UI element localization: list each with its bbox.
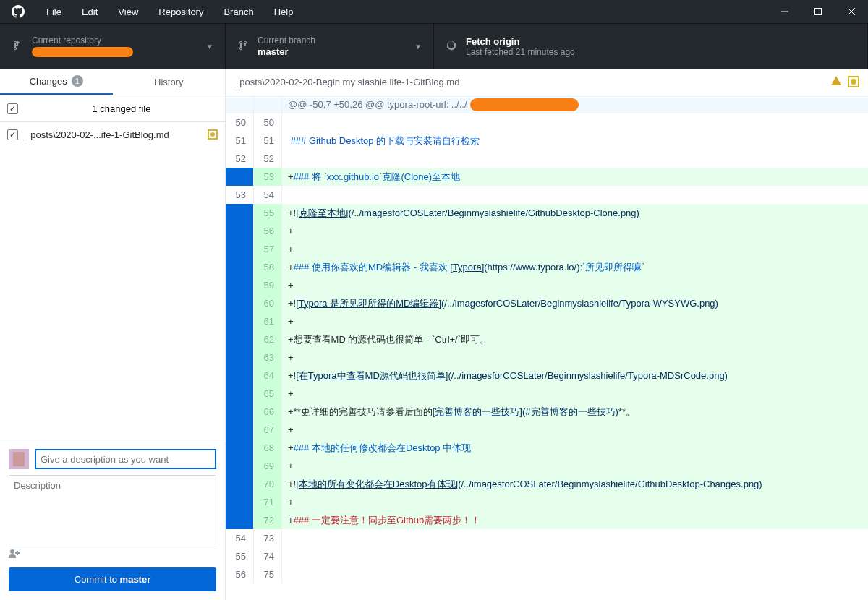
menu-repository[interactable]: Repository (148, 0, 213, 23)
line-number-new: 67 (254, 421, 282, 439)
line-content (282, 150, 868, 168)
commit-button[interactable]: Commit to master (9, 567, 216, 591)
line-content: + (282, 312, 868, 330)
line-number-old (226, 421, 254, 439)
line-content: + (282, 348, 868, 367)
changed-file-row[interactable]: ✓ _posts\2020-02-...ife-1-GitBlog.md (0, 122, 225, 147)
tab-changes-label: Changes (30, 76, 67, 87)
menu-file[interactable]: File (36, 0, 72, 23)
line-number-old: 55 (226, 547, 254, 565)
line-number-new: 68 (254, 439, 282, 457)
diff-line: 61+ (226, 312, 868, 330)
add-coauthor-button[interactable] (9, 549, 216, 560)
diff-line: 55+![克隆至本地](/../imagesforCOSLater/Beginm… (226, 204, 868, 222)
line-content: + (282, 457, 868, 475)
line-content: + (282, 421, 868, 439)
line-number-old (226, 240, 254, 258)
tab-history-label: History (154, 77, 183, 87)
line-content: +![本地的所有变化都会在Desktop有体现](/../imagesforCO… (282, 475, 868, 493)
line-number-new: 56 (254, 222, 282, 240)
line-number-old (226, 511, 254, 529)
line-number-new: 70 (254, 475, 282, 493)
line-number-new: 72 (254, 511, 282, 529)
line-content: +![在Typora中查看MD源代码也很简单](/../imagesforCOS… (282, 367, 868, 385)
current-branch-selector[interactable]: Current branch master ▼ (226, 24, 434, 69)
line-number-new: 73 (254, 529, 282, 547)
line-number-old (226, 348, 254, 367)
maximize-button[interactable] (801, 0, 835, 23)
line-content: + (282, 276, 868, 294)
menu-edit[interactable]: Edit (72, 0, 108, 23)
line-content: +![Typora 是所见即所得的MD编辑器](/../imagesforCOS… (282, 294, 868, 312)
line-number-old (226, 403, 254, 421)
diff-line: 5574 (226, 547, 868, 565)
line-content: +**更详细的完善技巧请参看后面的[完善博客的一些技巧](#完善博客的一些技巧)… (282, 403, 868, 421)
warning-icon[interactable] (830, 75, 842, 89)
diff-line: 67+ (226, 421, 868, 439)
diff-line: 72+### 一定要注意！同步至Github需要两步！！ (226, 511, 868, 529)
hunk-text: @@ -50,7 +50,26 @@ typora-root-url: ../.… (288, 99, 467, 110)
diff-line: 70+![本地的所有变化都会在Desktop有体现](/../imagesfor… (226, 475, 868, 493)
diff-panel: _posts\2020-02-20-Begin my slashie life-… (226, 69, 868, 600)
diff-line: 5050 (226, 113, 868, 132)
repo-label: Current repository (32, 35, 200, 46)
line-number-old: 54 (226, 529, 254, 547)
sidebar: Changes 1 History ✓ 1 changed file ✓ _po… (0, 69, 226, 600)
commit-panel: Commit to master (0, 440, 225, 600)
minimize-button[interactable] (768, 0, 801, 23)
line-number-old: 50 (226, 113, 254, 132)
menu-help[interactable]: Help (264, 0, 304, 23)
line-number-new: 66 (254, 403, 282, 421)
tab-changes[interactable]: Changes 1 (0, 69, 113, 95)
line-number-old (226, 258, 254, 276)
line-number-old (226, 312, 254, 330)
changes-list: ✓ 1 changed file ✓ _posts\2020-02-...ife… (0, 95, 225, 440)
line-number-new: 60 (254, 294, 282, 312)
line-number-old (226, 294, 254, 312)
file-checkbox[interactable]: ✓ (7, 129, 18, 140)
select-all-checkbox[interactable]: ✓ (7, 103, 18, 114)
line-content: +### 使用你喜欢的MD编辑器 - 我喜欢 [Typora](https://… (282, 258, 868, 276)
commit-summary-input[interactable] (35, 449, 216, 469)
line-number-new: 58 (254, 258, 282, 276)
line-content (282, 547, 868, 565)
diff-line: 68+### 本地的任何修改都会在Desktop 中体现 (226, 439, 868, 457)
line-number-new: 61 (254, 312, 282, 330)
fetch-origin-button[interactable]: Fetch origin Last fetched 21 minutes ago (434, 24, 868, 69)
close-button[interactable] (835, 0, 868, 23)
diff-line: 5675 (226, 565, 868, 583)
commit-button-prefix: Commit to (75, 574, 120, 585)
current-repository-selector[interactable]: Current repository ▼ (0, 24, 226, 69)
line-content: +### 本地的任何修改都会在Desktop 中体现 (282, 439, 868, 457)
commit-description-input[interactable] (9, 475, 216, 544)
line-number-new: 52 (254, 150, 282, 168)
line-number-old: 52 (226, 150, 254, 168)
line-number-old (226, 385, 254, 403)
line-number-new: 75 (254, 565, 282, 583)
line-number-old (226, 168, 254, 186)
line-number-new: 64 (254, 367, 282, 385)
diff-line: 57+ (226, 240, 868, 258)
line-number-new: 63 (254, 348, 282, 367)
line-content (282, 113, 868, 132)
diff-line: 69+ (226, 457, 868, 475)
line-number-old (226, 367, 254, 385)
line-number-new: 51 (254, 132, 282, 150)
line-content: +### 一定要注意！同步至Github需要两步！！ (282, 511, 868, 529)
diff-line: 60+![Typora 是所见即所得的MD编辑器](/../imagesforC… (226, 294, 868, 312)
line-number-old (226, 204, 254, 222)
line-number-old (226, 439, 254, 457)
diff-body[interactable]: @@ -50,7 +50,26 @@ typora-root-url: ../.… (226, 95, 868, 600)
diff-file-path: _posts\2020-02-20-Begin my slashie life-… (234, 77, 830, 87)
menu-view[interactable]: View (108, 0, 148, 23)
menu-branch[interactable]: Branch (213, 0, 263, 23)
line-number-new: 55 (254, 204, 282, 222)
branch-label: Current branch (258, 35, 409, 46)
tab-history[interactable]: History (113, 69, 226, 95)
line-number-old (226, 222, 254, 240)
toolbar: Current repository ▼ Current branch mast… (0, 23, 868, 69)
line-number-old: 56 (226, 565, 254, 583)
line-content: + (282, 240, 868, 258)
repo-icon (12, 40, 23, 53)
chevron-down-icon: ▼ (206, 43, 213, 51)
